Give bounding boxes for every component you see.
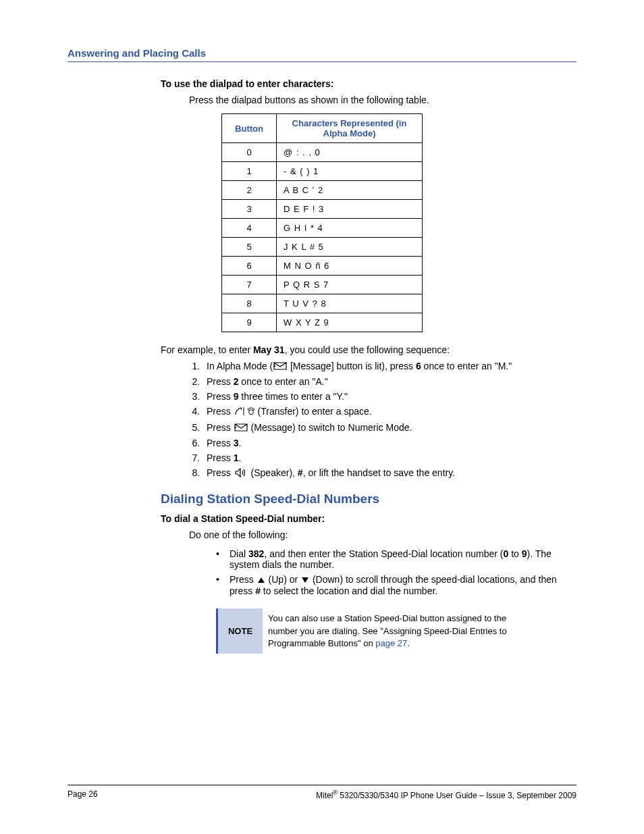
text: (Up) or — [266, 574, 300, 585]
text: Mitel — [316, 791, 333, 800]
bold-text: # — [298, 467, 303, 478]
bold-text: 6 — [416, 361, 421, 371]
text: , you could use the following sequence: — [285, 344, 450, 355]
text: For example, to enter — [161, 344, 253, 355]
table-row: 8T U V ? 8 — [222, 294, 423, 313]
footer-page-number: Page 26 — [68, 789, 98, 800]
dialpad-table: Button Characters Represented (in Alpha … — [221, 113, 423, 332]
cell-button: 2 — [222, 181, 277, 200]
cell-chars: A B C ' 2 — [277, 181, 423, 200]
cell-button: 5 — [222, 238, 277, 257]
table-row: 3D E F ! 3 — [222, 200, 423, 219]
text: to — [508, 548, 521, 559]
text: (Message) to switch to Numeric Mode. — [248, 422, 412, 433]
speaker-icon — [234, 468, 248, 479]
list-item: Press (Speaker), #, or lift the handset … — [203, 467, 576, 479]
example-steps: In Alpha Mode ( [Message] button is lit)… — [203, 361, 576, 479]
table-row: 4G H I * 4 — [222, 219, 423, 238]
text: Press — [207, 438, 234, 448]
text: Press — [207, 406, 234, 417]
cell-button: 1 — [222, 162, 277, 181]
list-item: Press 1. — [203, 452, 576, 463]
note-body: You can also use a Station Speed-Dial bu… — [263, 608, 536, 654]
cell-chars: J K L # 5 — [277, 238, 423, 257]
procedure-heading: To dial a Station Speed-Dial number: — [161, 513, 576, 524]
heading-speed-dial: Dialing Station Speed-Dial Numbers — [161, 492, 576, 506]
cell-chars: G H I * 4 — [277, 219, 423, 238]
list-item: Press (Message) to switch to Numeric Mod… — [203, 422, 576, 434]
cell-button: 8 — [222, 294, 277, 313]
cell-button: 9 — [222, 313, 277, 332]
procedure-heading: To use the dialpad to enter characters: — [161, 78, 576, 89]
footer-product-info: Mitel® 5320/5330/5340 IP Phone User Guid… — [316, 789, 576, 800]
cell-chars: T U V ? 8 — [277, 294, 423, 313]
cell-chars: P Q R S 7 — [277, 276, 423, 294]
message-icon — [234, 423, 248, 434]
bold-text: 382 — [248, 548, 264, 559]
bold-text: May 31 — [253, 344, 285, 355]
list-item: In Alpha Mode ( [Message] button is lit)… — [203, 361, 576, 372]
text: In Alpha Mode ( — [207, 361, 273, 371]
text: . — [407, 638, 410, 648]
message-icon — [273, 361, 288, 372]
table-header-button: Button — [222, 114, 277, 143]
note-callout: NOTE You can also use a Station Speed-Di… — [216, 608, 536, 654]
text: Press — [207, 391, 234, 402]
table-row: 5J K L # 5 — [222, 238, 423, 257]
down-arrow-icon — [300, 575, 310, 585]
list-item: Press 3. — [203, 438, 576, 448]
table-row: 6M N O ñ 6 — [222, 257, 423, 276]
section-header: Answering and Placing Calls — [68, 47, 576, 62]
list-item: Press 9 three times to enter a "Y." — [203, 391, 576, 402]
text: once to enter an "M." — [421, 361, 512, 371]
example-intro: For example, to enter May 31, you could … — [161, 344, 576, 355]
cell-button: 6 — [222, 257, 277, 276]
text: Press — [207, 376, 234, 387]
text: . — [238, 452, 241, 463]
cell-chars: @ : . , 0 — [277, 143, 423, 162]
table-row: 9W X Y Z 9 — [222, 313, 423, 332]
cell-chars: - & ( ) 1 — [277, 162, 423, 181]
table-row: 7P Q R S 7 — [222, 276, 423, 294]
text: . — [238, 438, 241, 448]
list-item: Dial 382, and then enter the Station Spe… — [216, 548, 576, 570]
text: Press — [230, 574, 257, 585]
text: to select the location and dial the numb… — [261, 585, 437, 596]
bold-text: # — [255, 585, 261, 596]
text: 5320/5330/5340 IP Phone User Guide – Iss… — [338, 791, 576, 800]
text: Dial — [230, 548, 248, 559]
list-item: Press (Up) or (Down) to scroll through t… — [216, 574, 576, 596]
cell-chars: W X Y Z 9 — [277, 313, 423, 332]
registered-mark: ® — [333, 789, 338, 796]
up-arrow-icon — [257, 575, 266, 585]
table-row: 0@ : . , 0 — [222, 143, 423, 162]
procedure-lead: Do one of the following: — [189, 529, 576, 540]
cell-button: 4 — [222, 219, 277, 238]
cell-button: 3 — [222, 200, 277, 219]
text: (Transfer) to enter a space. — [255, 406, 372, 417]
table-header-characters: Characters Represented (in Alpha Mode) — [277, 114, 423, 143]
transfer-icon — [234, 407, 255, 418]
cell-button: 7 — [222, 276, 277, 294]
page-reference-link[interactable]: page 27 — [375, 638, 407, 648]
text: , and then enter the Station Speed-Dial … — [264, 548, 503, 559]
text: , or lift the handset to save the entry. — [303, 467, 455, 478]
text: (Speaker), — [248, 467, 298, 478]
page-footer: Page 26 Mitel® 5320/5330/5340 IP Phone U… — [68, 785, 576, 800]
procedure-instruction: Press the dialpad buttons as shown in th… — [189, 95, 576, 105]
cell-button: 0 — [222, 143, 277, 162]
list-item: Press 2 once to enter an "A." — [203, 376, 576, 387]
text: Press — [207, 467, 234, 478]
cell-chars: D E F ! 3 — [277, 200, 423, 219]
table-row: 2A B C ' 2 — [222, 181, 423, 200]
list-item: Press (Transfer) to enter a space. — [203, 406, 576, 418]
text: once to enter an "A." — [238, 376, 327, 387]
text: [Message] button is lit), press — [288, 361, 416, 371]
cell-chars: M N O ñ 6 — [277, 257, 423, 276]
text: Press — [207, 422, 234, 433]
text: three times to enter a "Y." — [238, 391, 347, 402]
text: Press — [207, 452, 234, 463]
table-row: 1- & ( ) 1 — [222, 162, 423, 181]
bullet-list: Dial 382, and then enter the Station Spe… — [216, 548, 576, 596]
bold-text: 9 — [522, 548, 527, 559]
